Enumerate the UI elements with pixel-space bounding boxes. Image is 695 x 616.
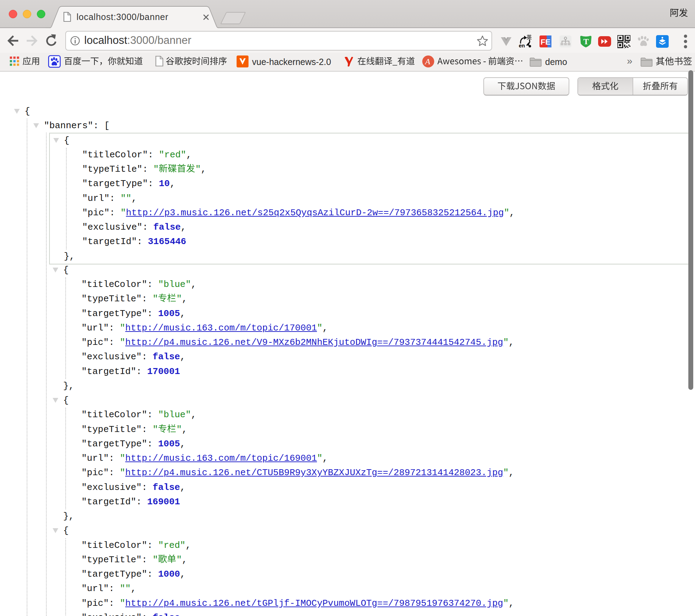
svg-text:en: en — [519, 42, 525, 48]
svg-text:FE: FE — [541, 38, 550, 46]
svg-text:T: T — [583, 37, 589, 46]
svg-text:A: A — [424, 57, 430, 66]
